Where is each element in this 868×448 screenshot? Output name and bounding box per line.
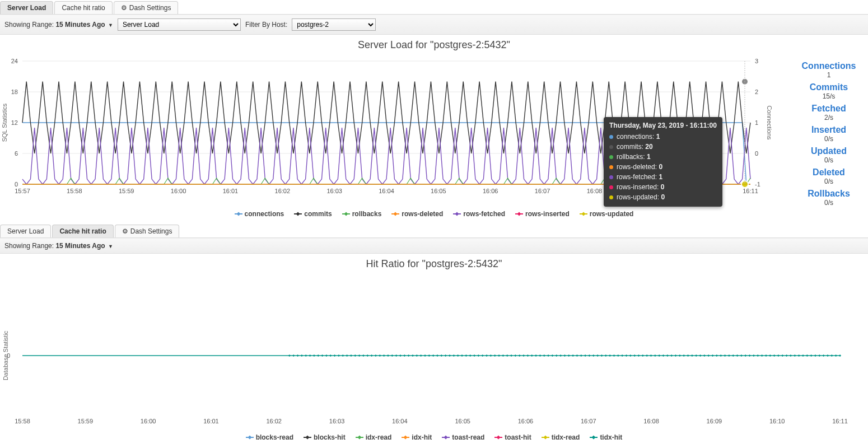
stat-rollbacks-title: Rollbacks	[790, 189, 868, 199]
gear-icon: ⚙	[121, 4, 127, 12]
legend-item-idx-read[interactable]: idx-read	[356, 433, 392, 441]
svg-text:15:58: 15:58	[15, 418, 30, 424]
svg-text:16:07: 16:07	[535, 188, 550, 194]
svg-rect-92	[452, 354, 455, 357]
svg-rect-172	[781, 354, 783, 357]
svg-rect-179	[810, 354, 813, 357]
control-bar-2: Showing Range: 15 Minutes Ago ▼	[0, 238, 868, 254]
svg-rect-101	[489, 354, 492, 357]
svg-rect-130	[609, 354, 611, 357]
svg-rect-140	[650, 354, 652, 357]
svg-rect-86	[428, 354, 430, 357]
svg-rect-97	[473, 354, 475, 357]
legend-item-connections[interactable]: connections	[235, 210, 284, 218]
range-label-2: Showing Range: 15 Minutes Ago ▼	[4, 242, 113, 250]
svg-rect-67	[350, 354, 352, 357]
svg-text:12: 12	[11, 119, 18, 126]
tab-dash-settings[interactable]: ⚙Dash Settings	[114, 1, 179, 14]
svg-rect-171	[777, 354, 780, 357]
tab2-cache-hit-ratio[interactable]: Cache hit ratio	[52, 225, 113, 237]
svg-rect-167	[760, 354, 763, 357]
svg-rect-162	[740, 354, 743, 357]
svg-text:1: 1	[755, 119, 758, 126]
tab-server-load[interactable]: Server Load	[0, 1, 53, 14]
svg-rect-173	[786, 354, 788, 357]
chart1-wrap: 06121824-1012315:5715:5815:5916:0016:011…	[0, 55, 790, 208]
stat-updated-val: 0/s	[790, 156, 868, 164]
svg-rect-104	[502, 354, 504, 357]
svg-rect-134	[625, 354, 627, 357]
svg-rect-166	[757, 354, 759, 357]
svg-rect-78	[395, 354, 398, 357]
legend-item-toast-read[interactable]: toast-read	[442, 433, 484, 441]
stats-sidepanel: Connections 1 Commits 15/s Fetched 2/s I…	[790, 55, 868, 208]
legend-item-toast-hit[interactable]: toast-hit	[494, 433, 531, 441]
legend-item-tidx-read[interactable]: tidx-read	[542, 433, 580, 441]
legend-item-commits[interactable]: commits	[294, 210, 332, 218]
svg-rect-143	[662, 354, 664, 357]
svg-text:16:03: 16:03	[329, 418, 345, 424]
chevron-down-icon[interactable]: ▼	[108, 244, 113, 249]
svg-text:16:01: 16:01	[203, 418, 219, 424]
svg-rect-158	[724, 354, 726, 357]
svg-rect-64	[338, 354, 340, 357]
svg-rect-90	[445, 354, 447, 357]
svg-rect-160	[732, 354, 734, 357]
svg-rect-99	[482, 354, 484, 357]
svg-text:0: 0	[755, 150, 758, 157]
svg-rect-142	[658, 354, 660, 357]
svg-rect-81	[408, 354, 410, 357]
svg-rect-58	[313, 354, 315, 357]
legend-item-rollbacks[interactable]: rollbacks	[342, 210, 382, 218]
svg-rect-69	[358, 354, 360, 357]
stat-connections-title: Connections	[790, 61, 868, 71]
tab2-dash-settings[interactable]: ⚙Dash Settings	[115, 225, 180, 237]
tab2-server-load[interactable]: Server Load	[0, 225, 51, 237]
stat-inserted-title: Inserted	[790, 125, 868, 135]
legend-item-rows-inserted[interactable]: rows-inserted	[515, 210, 570, 218]
svg-rect-53	[292, 354, 295, 357]
legend-item-blocks-hit[interactable]: blocks-hit	[304, 433, 346, 441]
svg-rect-72	[370, 354, 372, 357]
svg-text:3: 3	[755, 58, 758, 64]
svg-rect-65	[342, 354, 344, 357]
svg-rect-174	[790, 354, 792, 357]
svg-rect-103	[498, 354, 500, 357]
svg-rect-157	[720, 354, 722, 357]
chart1-title: Server Load for "postgres-2:5432"	[0, 35, 868, 55]
svg-text:16:08: 16:08	[587, 188, 603, 194]
chart2-legend: blocks-readblocks-hitidx-readidx-hittoas…	[0, 431, 868, 447]
svg-rect-115	[547, 354, 549, 357]
legend-item-rows-updated[interactable]: rows-updated	[580, 210, 634, 218]
svg-rect-183	[827, 354, 829, 357]
legend-item-rows-deleted[interactable]: rows-deleted	[391, 210, 443, 218]
svg-rect-168	[765, 354, 767, 357]
svg-rect-137	[637, 354, 640, 357]
svg-rect-62	[329, 354, 332, 357]
tooltip-title: Thursday, May 23, 2019 - 16:11:00	[609, 122, 717, 129]
svg-rect-123	[580, 354, 582, 357]
svg-rect-131	[613, 354, 615, 357]
legend-item-tidx-hit[interactable]: tidx-hit	[590, 433, 622, 441]
tab-cache-hit-ratio[interactable]: Cache hit ratio	[54, 1, 112, 14]
svg-rect-178	[806, 354, 808, 357]
svg-rect-150	[691, 354, 693, 357]
stat-deleted-val: 0/s	[790, 178, 868, 185]
host-select[interactable]: postgres-2	[292, 18, 376, 31]
svg-text:16:08: 16:08	[643, 418, 659, 424]
metric-select[interactable]: Server Load	[118, 18, 241, 31]
chevron-down-icon[interactable]: ▼	[108, 22, 113, 28]
legend-item-idx-hit[interactable]: idx-hit	[402, 433, 432, 441]
svg-rect-138	[642, 354, 644, 357]
chart2-svg[interactable]: 0Database Statistic15:5815:5916:0016:011…	[0, 274, 851, 431]
svg-text:16:04: 16:04	[379, 188, 394, 194]
svg-rect-181	[818, 354, 820, 357]
legend-item-blocks-read[interactable]: blocks-read	[246, 433, 293, 441]
svg-rect-70	[362, 354, 365, 357]
chart-tooltip: Thursday, May 23, 2019 - 16:11:00 connec…	[604, 117, 722, 207]
svg-rect-108	[519, 354, 521, 357]
tab2-dash-settings-label: Dash Settings	[130, 227, 172, 235]
svg-rect-57	[309, 354, 311, 357]
legend-item-rows-fetched[interactable]: rows-fetched	[453, 210, 505, 218]
svg-text:16:10: 16:10	[769, 418, 785, 424]
